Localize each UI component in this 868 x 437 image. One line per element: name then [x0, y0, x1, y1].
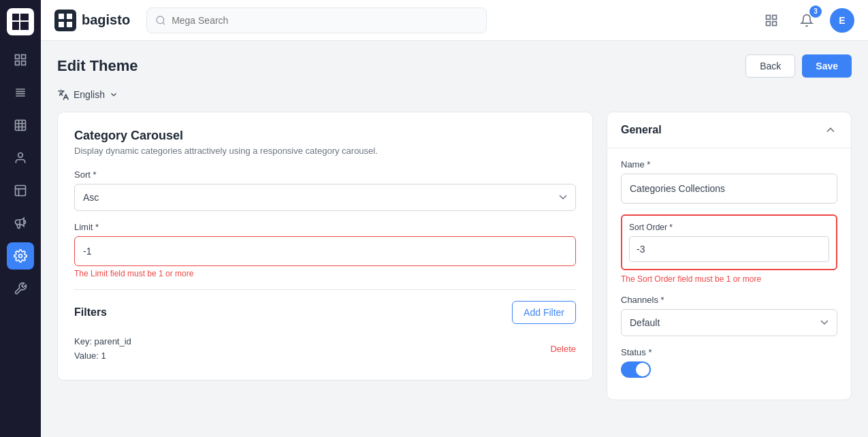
filter-info: Key: parent_id Value: 1	[74, 335, 131, 363]
search-icon	[155, 15, 166, 26]
section-title: Category Carousel	[74, 129, 576, 143]
sort-field: Sort * Asc Desc	[74, 169, 576, 211]
collapse-icon[interactable]	[824, 123, 837, 137]
translate-icon	[57, 88, 69, 101]
sidebar-icon-cms[interactable]	[7, 177, 34, 204]
right-panel-header: General	[607, 112, 851, 148]
add-filter-button[interactable]: Add Filter	[512, 301, 576, 324]
filter-key: Key: parent_id	[74, 335, 131, 349]
right-panel-body: Name * Sort Order * The Sort Order field…	[607, 148, 851, 400]
right-panel-title: General	[621, 124, 662, 136]
section-desc: Display dynamic categories attractively …	[74, 146, 576, 156]
svg-rect-20	[767, 21, 771, 25]
svg-rect-2	[12, 22, 19, 30]
sort-order-error-box: Sort Order *	[621, 214, 837, 270]
brand-logo: bagisto	[54, 10, 130, 31]
name-input[interactable]	[621, 174, 837, 204]
limit-field: Limit * The Limit field must be 1 or mor…	[74, 222, 576, 278]
svg-rect-3	[20, 22, 29, 30]
sidebar-icon-catalog[interactable]	[7, 79, 34, 106]
status-field: Status *	[621, 347, 837, 378]
search-bar[interactable]	[146, 7, 487, 33]
content-area: Edit Theme Back Save English Category Ca…	[41, 41, 868, 437]
name-field: Name *	[621, 159, 837, 204]
svg-rect-16	[67, 22, 72, 27]
channels-select[interactable]: Default	[621, 309, 837, 336]
svg-point-17	[157, 16, 164, 24]
svg-rect-19	[773, 15, 777, 19]
svg-rect-5	[22, 55, 26, 59]
filters-header: Filters Add Filter	[74, 301, 576, 324]
sidebar-icon-marketing[interactable]	[7, 210, 34, 237]
channels-field: Channels * Default	[621, 295, 837, 336]
svg-rect-13	[59, 14, 64, 19]
page-header: Edit Theme Back Save	[57, 54, 852, 78]
notifications-icon[interactable]: 3	[794, 8, 819, 33]
grid-nav-icon[interactable]	[759, 8, 784, 33]
filter-delete-button[interactable]: Delete	[550, 344, 576, 354]
svg-rect-21	[773, 21, 777, 25]
sort-label: Sort *	[74, 169, 576, 180]
limit-input[interactable]	[74, 236, 576, 266]
language-label: English	[74, 89, 105, 100]
avatar[interactable]: E	[830, 8, 854, 33]
svg-rect-18	[767, 15, 771, 19]
status-toggle[interactable]	[621, 361, 651, 378]
notification-badge: 3	[809, 5, 822, 18]
filters-title: Filters	[74, 306, 107, 319]
back-button[interactable]: Back	[745, 54, 795, 78]
brand-name: bagisto	[82, 12, 130, 28]
svg-rect-8	[16, 120, 26, 131]
svg-rect-6	[16, 61, 20, 65]
svg-rect-12	[54, 10, 76, 31]
svg-rect-4	[16, 55, 20, 59]
save-button[interactable]: Save	[802, 54, 852, 78]
svg-rect-1	[20, 14, 29, 20]
svg-rect-14	[67, 14, 72, 19]
channels-label: Channels *	[621, 295, 837, 305]
navbar: bagisto 3 E	[41, 0, 868, 41]
svg-rect-0	[12, 14, 19, 20]
language-selector[interactable]: English	[57, 88, 852, 101]
sidebar-icon-configure[interactable]	[7, 275, 34, 302]
sort-order-input[interactable]	[629, 236, 829, 262]
page-title: Edit Theme	[57, 57, 138, 75]
svg-point-9	[18, 153, 23, 158]
logo[interactable]	[7, 8, 34, 35]
sidebar-icon-grid[interactable]	[7, 112, 34, 139]
navbar-right: 3 E	[759, 8, 854, 33]
two-column-layout: Category Carousel Display dynamic catego…	[57, 112, 852, 423]
svg-rect-15	[59, 22, 64, 27]
left-panel: Category Carousel Display dynamic catego…	[57, 112, 593, 381]
status-label: Status *	[621, 347, 837, 357]
filter-row: Key: parent_id Value: 1 Delete	[74, 335, 576, 363]
sidebar	[0, 0, 41, 437]
main-area: bagisto 3 E Edit Theme Back Save	[41, 0, 868, 437]
sidebar-icon-settings[interactable]	[7, 242, 34, 270]
chevron-down-icon	[109, 90, 118, 99]
filter-value: Value: 1	[74, 349, 131, 363]
sort-select[interactable]: Asc Desc	[74, 184, 576, 211]
divider	[74, 289, 576, 290]
sidebar-icon-customers[interactable]	[7, 144, 34, 172]
header-buttons: Back Save	[745, 54, 852, 78]
sort-order-field-container: Sort Order * The Sort Order field must b…	[621, 214, 837, 284]
sort-order-error: The Sort Order field must be 1 or more	[621, 274, 837, 284]
sort-order-label: Sort Order *	[629, 223, 829, 232]
name-label: Name *	[621, 159, 837, 169]
right-panel: General Name * Sort Order *	[607, 112, 852, 400]
limit-error: The Limit field must be 1 or more	[74, 269, 576, 278]
svg-rect-7	[22, 61, 26, 65]
search-input[interactable]	[172, 15, 478, 26]
limit-label: Limit *	[74, 222, 576, 232]
svg-rect-10	[16, 186, 26, 196]
svg-point-11	[19, 255, 22, 258]
sidebar-icon-dashboard[interactable]	[7, 46, 34, 74]
